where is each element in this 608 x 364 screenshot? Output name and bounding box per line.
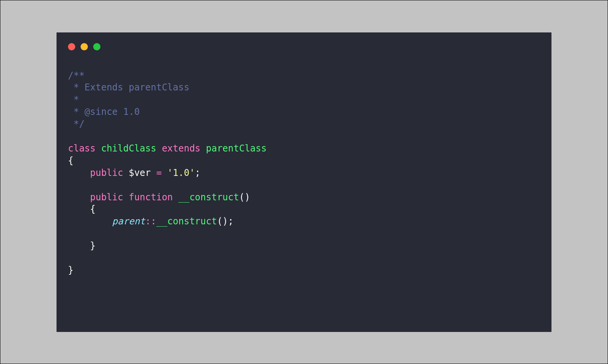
code-token bbox=[68, 192, 90, 203]
code-token: * @since 1.0 bbox=[68, 106, 140, 117]
code-token: /** bbox=[68, 70, 84, 81]
code-line bbox=[68, 130, 267, 143]
code-token bbox=[162, 168, 167, 178]
maximize-icon[interactable] bbox=[93, 43, 100, 50]
code-line: public function __construct() bbox=[68, 192, 267, 204]
code-line: } bbox=[68, 264, 267, 277]
code-line: parent::__construct(); bbox=[68, 216, 267, 228]
code-token: class bbox=[68, 143, 95, 154]
code-token: public bbox=[90, 192, 123, 203]
code-token: __construct bbox=[156, 216, 217, 227]
code-line: { bbox=[68, 203, 267, 216]
code-token: parent bbox=[112, 216, 146, 227]
code-token: */ bbox=[68, 119, 84, 129]
code-token: function bbox=[129, 192, 173, 203]
code-line: class childClass extends parentClass bbox=[68, 143, 267, 155]
code-line: * Extends parentClass bbox=[68, 82, 267, 94]
code-token bbox=[156, 143, 162, 154]
code-line bbox=[68, 252, 267, 264]
code-token bbox=[173, 192, 178, 203]
minimize-icon[interactable] bbox=[81, 43, 88, 50]
code-token bbox=[95, 143, 101, 154]
code-line: * @since 1.0 bbox=[68, 106, 267, 118]
code-token: parentClass bbox=[206, 143, 267, 154]
code-token bbox=[123, 192, 129, 203]
code-token: { bbox=[68, 155, 73, 166]
code-token: public bbox=[90, 168, 123, 178]
code-line: */ bbox=[68, 118, 267, 130]
code-line: { bbox=[68, 155, 267, 167]
code-token: ; bbox=[195, 168, 200, 178]
code-token: = bbox=[156, 168, 162, 178]
code-token: (); bbox=[217, 216, 233, 227]
traffic-lights bbox=[68, 43, 100, 50]
code-line bbox=[68, 228, 267, 240]
code-line bbox=[68, 179, 267, 192]
code-token: * bbox=[68, 94, 79, 105]
code-line: public $ver = '1.0'; bbox=[68, 167, 267, 179]
code-line: } bbox=[68, 240, 267, 252]
code-token: :: bbox=[145, 216, 156, 227]
code-token: { bbox=[68, 204, 95, 214]
code-token: () bbox=[239, 192, 250, 203]
code-token: __construct bbox=[178, 192, 239, 203]
code-token bbox=[68, 216, 112, 227]
code-token: } bbox=[68, 240, 95, 251]
code-token: '1.0' bbox=[167, 168, 195, 178]
code-block: /** * Extends parentClass * * @since 1.0… bbox=[68, 70, 267, 277]
code-token: extends bbox=[162, 143, 201, 154]
close-icon[interactable] bbox=[68, 43, 75, 50]
code-token: childClass bbox=[101, 143, 157, 154]
code-token: } bbox=[68, 265, 73, 275]
code-line: * bbox=[68, 94, 267, 106]
code-token bbox=[201, 143, 206, 154]
code-line: /** bbox=[68, 70, 267, 82]
code-token: $ver bbox=[123, 168, 157, 178]
code-token bbox=[68, 168, 90, 178]
code-token: * Extends parentClass bbox=[68, 82, 189, 93]
code-window: /** * Extends parentClass * * @since 1.0… bbox=[57, 32, 551, 332]
